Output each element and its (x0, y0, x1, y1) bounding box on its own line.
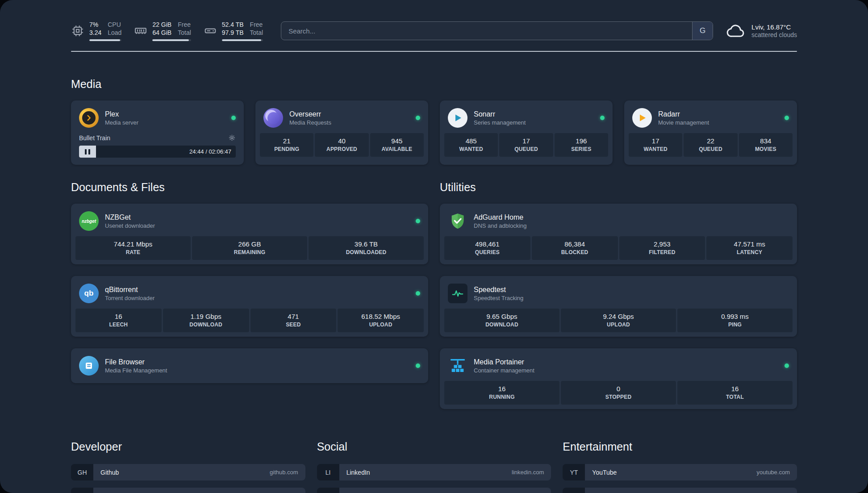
documents-column: Documents & Files nzbget NZBGet Usenet d… (71, 181, 428, 383)
search-provider-button[interactable]: G (692, 22, 713, 40)
service-name[interactable]: Radarr (658, 110, 709, 118)
bookmark-stackoverflow[interactable]: SO StackOverflow stackoverflow.com (71, 488, 305, 493)
stat-series: 196 SERIES (555, 133, 608, 157)
stat-available: 945 AVAILABLE (370, 133, 424, 157)
bookmark-name: LinkedIn (346, 469, 370, 476)
service-description: Series management (474, 119, 526, 126)
stat-stopped: 0 STOPPED (561, 381, 676, 405)
cloud-icon (726, 22, 746, 39)
service-name[interactable]: Speedtest (474, 286, 523, 294)
bookmark-group-title: Social (317, 440, 551, 453)
cpu-load-value: 3.24 (89, 29, 101, 37)
dashboard: 7% 3.24 CPU Load (0, 0, 868, 493)
adguard-icon[interactable] (448, 211, 467, 231)
bookmark-url: youtube.com (757, 469, 790, 476)
service-description: DNS and adblocking (474, 222, 527, 229)
service-name[interactable]: File Browser (105, 358, 167, 366)
status-dot (416, 363, 420, 368)
stat-upload: 618.52 Mbps UPLOAD (338, 309, 424, 332)
status-dot (600, 116, 605, 120)
service-name[interactable]: NZBGet (105, 213, 155, 221)
service-card-filebrowser: File Browser Media File Management (71, 348, 428, 383)
cpu-label: CPU (108, 21, 121, 29)
stat-remaining: 266 GB REMAINING (192, 236, 307, 260)
stat-blocked: 86,384 BLOCKED (532, 236, 618, 260)
service-name[interactable]: qBittorrent (105, 286, 154, 294)
overseerr-icon[interactable] (263, 108, 283, 128)
bookmark-group-title: Developer (71, 440, 305, 453)
speedtest-icon[interactable] (448, 284, 467, 303)
bookmark-abbr: TW (317, 488, 339, 493)
memory-widget: 22 GiB 64 GiB Free Total (134, 21, 191, 41)
service-name[interactable]: Sonarr (474, 110, 526, 118)
section-title-media: Media (71, 78, 797, 91)
stat-approved: 40 APPROVED (315, 133, 368, 157)
service-description: Media File Management (105, 367, 167, 374)
service-card-adguard: AdGuard Home DNS and adblocking 498,461 … (440, 204, 797, 264)
bookmark-url: linkedin.com (512, 469, 544, 476)
service-card-speedtest: Speedtest Speedtest Tracking 9.65 Gbps D… (440, 276, 797, 337)
stat-upload: 9.24 Gbps UPLOAD (561, 309, 676, 332)
bookmark-abbr: LI (317, 464, 339, 480)
service-description: Container management (474, 367, 534, 374)
stat-rate: 744.21 Mbps RATE (75, 236, 191, 260)
stat-queries: 498,461 QUERIES (444, 236, 530, 260)
status-dot (231, 116, 236, 120)
pause-button[interactable] (79, 146, 96, 158)
bookmark-abbr: NF (563, 488, 585, 493)
weather-widget: Lviv, 16.87°C scattered clouds (726, 22, 797, 39)
stat-wanted: 485 WANTED (444, 133, 498, 157)
service-name[interactable]: Overseerr (289, 110, 331, 118)
bookmark-twitter[interactable]: TW Twitter twitter.com (317, 488, 551, 493)
nzbget-icon[interactable]: nzbget (79, 211, 99, 231)
service-name[interactable]: Plex (105, 110, 138, 118)
bookmark-linkedin[interactable]: LI LinkedIn linkedin.com (317, 464, 551, 480)
top-bar: 7% 3.24 CPU Load (71, 21, 797, 41)
service-card-nzbget: nzbget NZBGet Usenet downloader 744.21 M… (71, 204, 428, 264)
sonarr-icon[interactable] (448, 108, 467, 128)
memory-free-label: Free (178, 21, 191, 29)
portainer-icon[interactable] (448, 356, 467, 376)
bookmark-abbr: YT (563, 464, 585, 480)
bookmark-github[interactable]: GH Github github.com (71, 464, 305, 480)
qbittorrent-icon[interactable]: qb (79, 284, 99, 303)
bookmark-youtube[interactable]: YT YouTube youtube.com (563, 464, 797, 480)
service-description: Media Requests (289, 119, 331, 126)
utilities-column: Utilities AdGuard Home DNS and adblockin… (440, 181, 797, 409)
service-name[interactable]: AdGuard Home (474, 213, 527, 221)
stat-downloaded: 39.6 TB DOWNLOADED (309, 236, 424, 260)
service-card-portainer: Media Portainer Container management 16 … (440, 348, 797, 409)
bookmark-group-entertainment: Entertainment YT YouTube youtube.com NF … (563, 440, 797, 493)
disk-total-value: 97.9 TB (222, 29, 244, 37)
service-description: Movie management (658, 119, 709, 126)
memory-total-value: 64 GiB (152, 29, 171, 37)
weather-condition: scattered clouds (751, 31, 797, 38)
status-dot (416, 291, 420, 296)
service-description: Torrent downloader (105, 295, 154, 301)
service-card-qbittorrent: qb qBittorrent Torrent downloader 16 (71, 276, 428, 337)
seek-bar[interactable]: 24:44 / 02:06:47 (79, 146, 236, 158)
service-card-sonarr: Sonarr Series management 485 WANTED 17 Q… (440, 100, 613, 165)
now-playing-widget: Bullet Train 24:44 / 02:06:47 (75, 133, 239, 160)
memory-progress-bar (152, 39, 191, 41)
gear-icon[interactable] (228, 134, 236, 142)
service-card-overseerr: Overseerr Media Requests 21 PENDING 40 A… (255, 100, 428, 165)
stat-latency: 47.571 ms LATENCY (706, 236, 793, 260)
stat-movies: 834 MOVIES (739, 133, 793, 157)
search-input[interactable] (281, 27, 692, 35)
plex-icon[interactable] (79, 108, 99, 128)
status-dot (785, 363, 789, 368)
cpu-load-label: Load (108, 29, 121, 37)
disk-total-label: Total (250, 29, 263, 37)
radarr-icon[interactable] (632, 108, 652, 128)
stat-download: 1.19 Gbps DOWNLOAD (163, 309, 249, 332)
filebrowser-icon[interactable] (79, 356, 99, 376)
stat-wanted: 17 WANTED (629, 133, 682, 157)
cpu-icon (71, 24, 84, 38)
memory-free-value: 22 GiB (152, 21, 171, 29)
status-dot (785, 116, 789, 120)
bookmark-netflix[interactable]: NF Netflix netflix.com (563, 488, 797, 493)
service-name[interactable]: Media Portainer (474, 358, 534, 366)
topbar-divider (71, 51, 797, 52)
cpu-widget: 7% 3.24 CPU Load (71, 21, 121, 41)
